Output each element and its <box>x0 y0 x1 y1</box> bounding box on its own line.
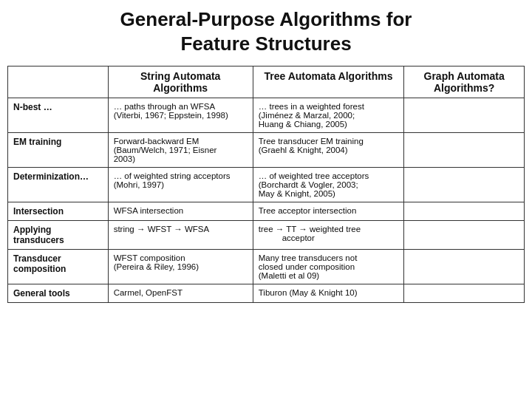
col-header-empty <box>8 66 109 98</box>
cell-col1-row-6: Carmel, OpenFST <box>108 284 253 303</box>
cell-col2-row-4: tree → TT → weighted tree acceptor <box>253 221 403 250</box>
table-row: EM trainingForward-backward EM (Baum/Wel… <box>8 133 525 168</box>
cell-col2-row-2: … of weighted tree acceptors (Borchardt … <box>253 168 403 202</box>
cell-col3-row-5 <box>404 250 525 284</box>
cell-col2-row-6: Tiburon (May & Knight 10) <box>253 284 403 303</box>
cell-col3-row-4 <box>404 221 525 250</box>
cell-col3-row-1 <box>404 133 525 168</box>
cell-col2-row-1: Tree transducer EM training (Graehl & Kn… <box>253 133 403 168</box>
col-header-graph: Graph Automata Algorithms? <box>404 66 525 98</box>
cell-col1-row-4: string → WFST → WFSA <box>108 221 253 250</box>
cell-col1-row-3: WFSA intersection <box>108 202 253 221</box>
table-row: General toolsCarmel, OpenFSTTiburon (May… <box>8 284 525 303</box>
cell-col3-row-3 <box>404 202 525 221</box>
table-row: Determinization…… of weighted string acc… <box>8 168 525 202</box>
row-header-0: N-best … <box>8 98 109 133</box>
cell-col2-row-0: … trees in a weighted forest (Jiménez & … <box>253 98 403 133</box>
table-row: Applying transducersstring → WFST → WFSA… <box>8 221 525 250</box>
table-row: IntersectionWFSA intersectionTree accept… <box>8 202 525 221</box>
cell-col1-row-5: WFST composition (Pereira & Riley, 1996) <box>108 250 253 284</box>
cell-col3-row-6 <box>404 284 525 303</box>
cell-col1-row-0: … paths through an WFSA (Viterbi, 1967; … <box>108 98 253 133</box>
col-header-tree: Tree Automata Algorithms <box>253 66 403 98</box>
col-header-string: String Automata Algorithms <box>108 66 253 98</box>
main-table: String Automata Algorithms Tree Automata… <box>7 66 525 303</box>
row-header-4: Applying transducers <box>8 221 109 250</box>
page-title: General-Purpose Algorithms for Feature S… <box>120 7 412 55</box>
row-header-5: Transducer composition <box>8 250 109 284</box>
cell-col2-row-5: Many tree transducers not closed under c… <box>253 250 403 284</box>
table-row: N-best …… paths through an WFSA (Viterbi… <box>8 98 525 133</box>
cell-col3-row-0 <box>404 98 525 133</box>
row-header-6: General tools <box>8 284 109 303</box>
row-header-1: EM training <box>8 133 109 168</box>
cell-col1-row-2: … of weighted string acceptors (Mohri, 1… <box>108 168 253 202</box>
row-header-2: Determinization… <box>8 168 109 202</box>
cell-col3-row-2 <box>404 168 525 202</box>
cell-col2-row-3: Tree acceptor intersection <box>253 202 403 221</box>
table-row: Transducer compositionWFST composition (… <box>8 250 525 284</box>
row-header-3: Intersection <box>8 202 109 221</box>
cell-col1-row-1: Forward-backward EM (Baum/Welch, 1971; E… <box>108 133 253 168</box>
